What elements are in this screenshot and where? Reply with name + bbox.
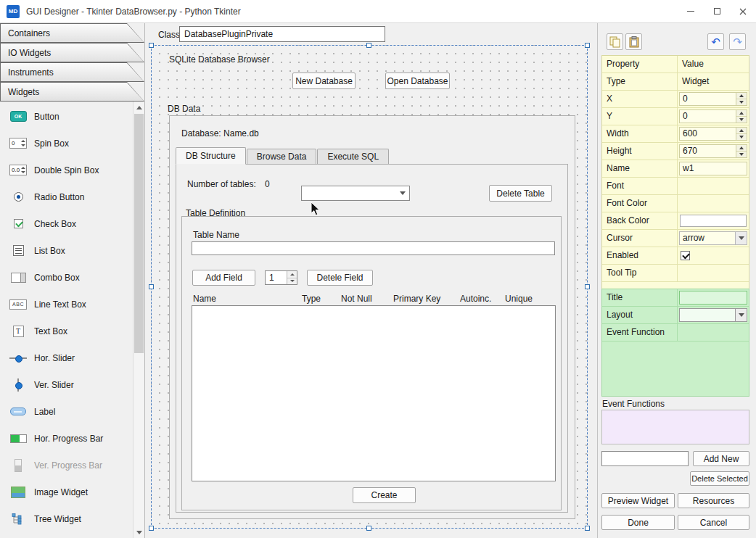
palette-item-image-widget[interactable]: Image Widget xyxy=(0,479,133,505)
tab-db-structure[interactable]: DB Structure xyxy=(176,147,246,165)
chevron-down-icon xyxy=(396,186,409,200)
done-button[interactable]: Done xyxy=(601,515,675,530)
palette-item-ver-slider[interactable]: Ver. Slider xyxy=(0,371,133,398)
section-instruments[interactable]: Instruments xyxy=(0,62,144,82)
palette-scrollbar[interactable] xyxy=(133,102,144,538)
create-button[interactable]: Create xyxy=(353,487,416,503)
cancel-button[interactable]: Cancel xyxy=(678,515,749,530)
prop-value-type[interactable]: Widget xyxy=(678,73,749,90)
minimize-button[interactable] xyxy=(678,0,704,22)
prop-title-input[interactable] xyxy=(679,291,747,305)
prop-name-input[interactable]: w1 xyxy=(679,162,747,175)
prop-y-spinbox[interactable]: 0 xyxy=(679,109,747,123)
spin-up-icon[interactable] xyxy=(736,110,747,117)
selection-handle[interactable] xyxy=(585,284,590,289)
close-icon xyxy=(739,8,747,15)
delete-table-button[interactable]: Delete Table xyxy=(489,185,552,202)
prop-width-spinbox[interactable]: 600 xyxy=(679,127,747,141)
prop-layout-dropdown[interactable] xyxy=(679,308,747,322)
tab-execute-sql[interactable]: Execute SQL xyxy=(317,149,389,164)
prop-font-value[interactable] xyxy=(678,178,749,194)
spin-down-icon[interactable] xyxy=(736,134,747,140)
new-database-button[interactable]: New Database xyxy=(292,73,356,89)
selection-handle[interactable] xyxy=(585,526,590,531)
horizontal-progressbar-icon xyxy=(10,434,27,443)
prop-event-function-value[interactable] xyxy=(678,324,749,341)
selection-handle[interactable] xyxy=(366,43,371,48)
palette-item-table-widget[interactable]: Table Widget xyxy=(0,532,133,538)
prop-height-spinbox[interactable]: 670 xyxy=(679,144,747,158)
palette-item-radio-button[interactable]: Radio Button xyxy=(0,183,133,210)
palette-item-combo-box[interactable]: Combo Box xyxy=(0,264,133,291)
copy-icon xyxy=(609,36,620,48)
property-row-title: Title xyxy=(602,289,749,307)
prop-enabled-checkbox[interactable] xyxy=(681,251,690,260)
copy-button[interactable] xyxy=(607,33,623,50)
open-database-button[interactable]: Open Database xyxy=(385,73,450,89)
palette-item-hor-slider[interactable]: Hor. Slider xyxy=(0,344,133,371)
palette-item-text-box[interactable]: T Text Box xyxy=(0,318,133,344)
palette-item-double-spin-box[interactable]: 0.0 Double Spin Box xyxy=(0,157,133,183)
spin-down-icon[interactable] xyxy=(736,99,747,105)
spin-down-icon[interactable] xyxy=(287,278,297,285)
tables-combobox[interactable] xyxy=(301,186,410,201)
add-field-button[interactable]: Add Field xyxy=(192,270,255,286)
tree-widget-icon xyxy=(12,513,25,525)
selection-handle[interactable] xyxy=(149,526,154,531)
palette-item-tree-widget[interactable]: Tree Widget xyxy=(0,505,133,532)
spin-down-icon[interactable] xyxy=(736,117,747,123)
spin-down-icon[interactable] xyxy=(736,152,747,157)
spin-up-icon[interactable] xyxy=(287,271,297,278)
selection-handle[interactable] xyxy=(149,284,154,289)
prop-font-color-value[interactable] xyxy=(678,195,749,212)
palette-item-line-text-box[interactable]: ABC Line Text Box xyxy=(0,291,133,318)
spin-up-icon[interactable] xyxy=(736,128,747,134)
vertical-slider-icon xyxy=(13,378,23,392)
delete-selected-button[interactable]: Delete Selected xyxy=(690,471,749,486)
prop-x-spinbox[interactable]: 0 xyxy=(679,92,747,106)
close-button[interactable] xyxy=(730,0,756,22)
palette-item-spin-box[interactable]: 0 Spin Box xyxy=(0,130,133,157)
selection-handle[interactable] xyxy=(149,43,154,48)
tab-browse-data[interactable]: Browse Data xyxy=(247,149,317,164)
selection-handle[interactable] xyxy=(585,43,590,48)
paste-button[interactable] xyxy=(625,33,642,50)
field-count-spinner[interactable]: 1 xyxy=(265,270,297,285)
table-name-input[interactable] xyxy=(192,241,555,255)
resources-button[interactable]: Resources xyxy=(678,493,749,508)
undo-button[interactable]: ↶ xyxy=(707,33,724,50)
designed-widget-surface[interactable]: SQLite Database Browser New Database Ope… xyxy=(151,45,588,529)
prop-tool-tip-value[interactable] xyxy=(678,265,749,281)
listbox-icon xyxy=(13,245,24,256)
maximize-button[interactable] xyxy=(704,0,730,22)
preview-widget-button[interactable]: Preview Widget xyxy=(601,493,675,508)
section-label: Widgets xyxy=(8,87,39,97)
prop-back-color-swatch[interactable] xyxy=(680,215,747,227)
prop-cursor-dropdown[interactable]: arrow xyxy=(679,231,747,245)
property-row-y: Y 0 xyxy=(602,108,749,125)
spin-up-icon[interactable] xyxy=(736,145,747,152)
event-function-name-input[interactable] xyxy=(601,451,689,466)
palette-item-label[interactable]: Label xyxy=(0,398,133,425)
property-row-x: X 0 xyxy=(602,91,749,108)
add-new-button[interactable]: Add New xyxy=(693,451,749,466)
design-canvas-area: Class: DatabasePluginPrivate SQLite Data… xyxy=(146,23,597,538)
selection-handle[interactable] xyxy=(366,526,371,531)
fields-list-area[interactable] xyxy=(192,305,556,481)
section-widgets[interactable]: Widgets xyxy=(0,82,144,102)
redo-button[interactable]: ↷ xyxy=(729,33,746,50)
palette-item-hor-progress-bar[interactable]: Hor. Progress Bar xyxy=(0,425,133,452)
palette-item-list-box[interactable]: List Box xyxy=(0,237,133,264)
section-containers[interactable]: Containers xyxy=(0,23,144,43)
palette-item-button[interactable]: OK Button xyxy=(0,103,133,130)
section-io-widgets[interactable]: IO Widgets xyxy=(0,43,144,62)
scroll-down-icon[interactable] xyxy=(133,526,144,538)
scroll-up-icon[interactable] xyxy=(133,102,144,113)
delete-field-button[interactable]: Detele Field xyxy=(307,270,373,286)
checkbox-icon xyxy=(14,219,23,228)
class-name-input[interactable]: DatabasePluginPrivate xyxy=(179,26,385,42)
spin-up-icon[interactable] xyxy=(736,93,747,99)
palette-item-check-box[interactable]: Check Box xyxy=(0,210,133,237)
event-functions-listbox[interactable] xyxy=(601,410,749,444)
scrollbar-thumb[interactable] xyxy=(134,114,144,353)
